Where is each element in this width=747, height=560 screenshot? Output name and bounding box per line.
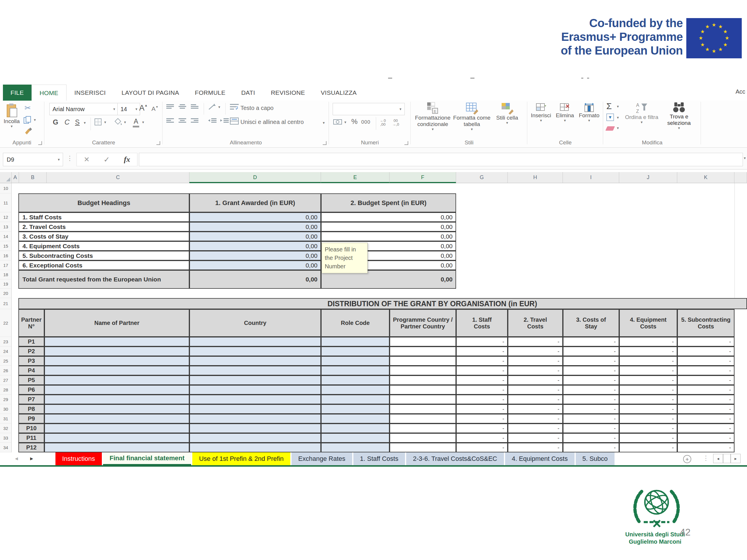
format-as-table-button[interactable]: Formatta come tabella ▼	[453, 102, 491, 131]
column-header-j[interactable]: J	[619, 172, 677, 183]
row-header-31[interactable]: 31	[0, 414, 12, 424]
row-header-26[interactable]: 26	[0, 366, 12, 375]
align-middle-icon[interactable]	[179, 104, 186, 109]
decrease-indent-icon[interactable]	[208, 118, 216, 123]
partner-cost-cell[interactable]: -	[456, 366, 508, 375]
row-header-20[interactable]: 20	[0, 289, 12, 298]
name-box[interactable]: D9 ▼	[3, 153, 63, 166]
partner-cost-cell[interactable]: -	[508, 356, 563, 366]
partner-role-cell[interactable]	[321, 337, 390, 347]
partner-cost-cell[interactable]: -	[619, 404, 677, 414]
partner-cost-cell[interactable]: -	[456, 404, 508, 414]
partner-cost-cell[interactable]: -	[563, 337, 619, 347]
cell-styles-button[interactable]: Stili cella ▼	[493, 102, 522, 125]
cancel-icon[interactable]: ✕	[84, 156, 89, 164]
fill-color-dropdown-arrow[interactable]: ▼	[123, 121, 127, 124]
row-header-16[interactable]: 16	[0, 251, 12, 261]
partner-prog-country-cell[interactable]	[390, 404, 456, 414]
grow-font-button[interactable]: A▲	[139, 104, 148, 113]
clear-button[interactable]	[606, 126, 615, 131]
partner-cost-cell[interactable]: -	[508, 424, 563, 433]
partner-cost-cell[interactable]: -	[619, 414, 677, 424]
partner-cost-cell[interactable]: -	[619, 356, 677, 366]
align-right-icon[interactable]	[191, 118, 199, 123]
increase-decimal-icon[interactable]: ←0,00	[380, 119, 386, 126]
row-header-12[interactable]: 12	[0, 212, 12, 222]
ribbon-tab-inserisci[interactable]: INSERISCI	[67, 85, 114, 101]
hscroll-right-button[interactable]: ►	[731, 454, 741, 463]
partner-name-cell[interactable]	[44, 404, 189, 414]
row-header-18[interactable]: 18	[0, 270, 12, 279]
partner-cost-cell[interactable]: -	[456, 385, 508, 395]
hscroll-left-button[interactable]: ◄	[713, 454, 723, 463]
row-header-30[interactable]: 30	[0, 404, 12, 414]
row-header-10[interactable]: 10	[0, 183, 12, 193]
sheet-tab-2-3-6-travel-costs-cos-ec[interactable]: 2-3-6. Travel Costs&CoS&EC	[406, 452, 504, 465]
partner-cost-cell[interactable]: -	[677, 366, 735, 375]
borders-dropdown-arrow[interactable]: ▼	[104, 121, 107, 124]
partner-cost-cell[interactable]: -	[619, 347, 677, 356]
insert-function-icon[interactable]: fx	[124, 155, 130, 164]
budget-row-label[interactable]: 2. Travel Costs	[18, 222, 189, 232]
partner-cost-cell[interactable]: -	[508, 375, 563, 385]
wrap-text-label[interactable]: Testo a capo	[240, 105, 274, 111]
partner-prog-country-cell[interactable]	[390, 433, 456, 443]
budget-spent-cell[interactable]: 0,00	[321, 212, 456, 222]
ribbon-tab-layout-di-pagina[interactable]: LAYOUT DI PAGINA	[114, 85, 187, 101]
partner-prog-country-cell[interactable]	[390, 375, 456, 385]
partner-cost-cell[interactable]: -	[456, 443, 508, 452]
comma-style-button[interactable]: 000	[361, 119, 370, 125]
shrink-font-button[interactable]: A▼	[151, 105, 158, 112]
partner-prog-country-cell[interactable]	[390, 424, 456, 433]
column-header-e[interactable]: E	[321, 172, 390, 183]
sort-filter-button[interactable]: AZ Ordina e filtra ▼	[624, 102, 659, 124]
partner-cost-cell[interactable]: -	[619, 375, 677, 385]
partner-cost-cell[interactable]: -	[619, 366, 677, 375]
partner-role-cell[interactable]	[321, 424, 390, 433]
partner-cost-cell[interactable]: -	[677, 433, 735, 443]
partner-cost-cell[interactable]: -	[508, 366, 563, 375]
row-header-34[interactable]: 34	[0, 443, 12, 452]
partner-cost-cell[interactable]: -	[677, 424, 735, 433]
row-header-11[interactable]: 11	[0, 193, 12, 212]
budget-awarded-cell[interactable]: 0,00	[189, 251, 321, 261]
partner-cost-cell[interactable]: -	[677, 375, 735, 385]
ribbon-tab-dati[interactable]: DATI	[233, 85, 263, 101]
partner-cost-cell[interactable]: -	[563, 385, 619, 395]
delete-cells-button[interactable]: Elimina ▼	[553, 103, 576, 122]
partner-name-cell[interactable]	[44, 433, 189, 443]
partner-name-cell[interactable]	[44, 424, 189, 433]
align-center-icon[interactable]	[179, 118, 186, 123]
font-color-button[interactable]: A	[133, 117, 139, 128]
orientation-icon[interactable]	[208, 103, 216, 110]
partner-cost-cell[interactable]: -	[619, 424, 677, 433]
partner-cost-cell[interactable]: -	[508, 433, 563, 443]
font-color-dropdown-arrow[interactable]: ▼	[141, 121, 145, 124]
partner-cost-cell[interactable]: -	[456, 347, 508, 356]
partner-name-cell[interactable]	[44, 443, 189, 452]
row-header-19[interactable]: 19	[0, 279, 12, 289]
partner-cost-cell[interactable]: -	[508, 337, 563, 347]
partner-cost-cell[interactable]: -	[563, 424, 619, 433]
budget-awarded-cell[interactable]: 0,00	[189, 232, 321, 241]
partner-cost-cell[interactable]: -	[619, 337, 677, 347]
format-painter-icon[interactable]	[24, 128, 32, 136]
underline-button[interactable]: S	[75, 118, 80, 126]
partner-cost-cell[interactable]: -	[563, 443, 619, 452]
number-format-select[interactable]: ▼	[333, 103, 405, 115]
partner-cost-cell[interactable]: -	[619, 385, 677, 395]
partner-cost-cell[interactable]: -	[508, 443, 563, 452]
fill-dropdown-arrow[interactable]: ▼	[616, 116, 619, 119]
percent-style-button[interactable]: %	[351, 117, 357, 126]
partner-prog-country-cell[interactable]	[390, 356, 456, 366]
partner-country-cell[interactable]	[189, 385, 321, 395]
partner-role-cell[interactable]	[321, 385, 390, 395]
partner-name-cell[interactable]	[44, 366, 189, 375]
partner-cost-cell[interactable]: -	[508, 414, 563, 424]
formula-bar-expand-arrow[interactable]: ▼	[743, 156, 746, 160]
sheet-tab-1-staff-costs[interactable]: 1. Staff Costs	[353, 452, 405, 465]
row-header-14[interactable]: 14	[0, 232, 12, 241]
sheet-tab-final-financial-statement[interactable]: Final financial statement	[103, 452, 191, 465]
partner-name-cell[interactable]	[44, 337, 189, 347]
paste-button[interactable]: Incolla ▼	[2, 103, 21, 128]
